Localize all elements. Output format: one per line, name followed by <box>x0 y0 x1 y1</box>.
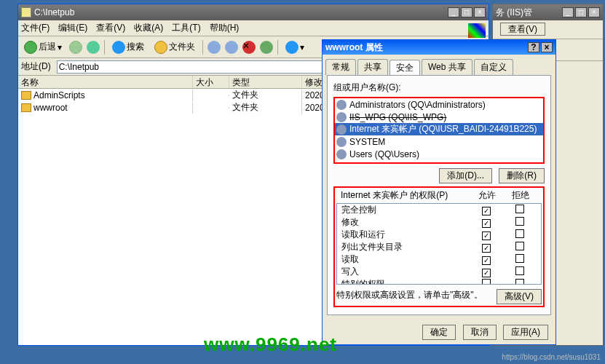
allow-checkbox[interactable] <box>482 279 491 285</box>
permission-row[interactable]: 读取 <box>337 253 541 266</box>
group-users-label: 组或用户名称(G): <box>333 82 545 94</box>
undo-button[interactable] <box>260 41 273 54</box>
advanced-note: 特别权限或高级设置，请单击"高级"。 <box>336 289 492 304</box>
views-button[interactable]: ▾ <box>282 39 307 55</box>
forward-button[interactable] <box>69 41 82 54</box>
permission-row[interactable]: 列出文件夹目录 <box>337 241 541 253</box>
address-label: 地址(D) <box>21 60 51 73</box>
windows-logo-icon <box>468 23 486 38</box>
maximize-button[interactable]: □ <box>461 7 472 17</box>
permissions-label: Internet 来宾帐户 的权限(P) <box>341 189 470 202</box>
group-icon <box>336 112 347 122</box>
dialog-title: wwwroot 属性 <box>325 41 526 54</box>
user-row[interactable]: SYSTEM <box>335 135 543 148</box>
menu-help[interactable]: 帮助(H) <box>210 22 240 34</box>
allow-checkbox[interactable] <box>482 244 491 253</box>
titlebar: 务 (IIS)管 _ □ × <box>493 4 603 20</box>
deny-checkbox[interactable] <box>515 279 524 285</box>
group-icon <box>336 149 347 159</box>
menu-favorites[interactable]: 收藏(A) <box>134 22 163 34</box>
tab-security[interactable]: 安全 <box>390 60 420 76</box>
allow-checkbox[interactable] <box>482 256 491 265</box>
search-button[interactable]: 搜索 <box>109 39 147 55</box>
tab-general[interactable]: 常规 <box>325 59 356 75</box>
apply-button[interactable]: 应用(A) <box>503 325 548 340</box>
permission-row[interactable]: 读取和运行 <box>337 229 541 241</box>
up-button[interactable] <box>87 41 100 54</box>
tabstrip: 常规 共享 安全 Web 共享 自定义 <box>323 55 555 75</box>
allow-checkbox[interactable] <box>482 232 491 240</box>
deny-checkbox[interactable] <box>515 229 524 238</box>
col-allow: 允许 <box>470 189 504 202</box>
menu-edit[interactable]: 编辑(E) <box>58 22 87 34</box>
user-icon <box>336 124 347 135</box>
views-icon <box>285 41 298 54</box>
menu-tools[interactable]: 工具(T) <box>172 22 200 34</box>
minimize-button[interactable]: _ <box>448 7 459 17</box>
properties-dialog: wwwroot 属性 ? × 常规 共享 安全 Web 共享 自定义 组或用户名… <box>322 39 556 345</box>
col-name[interactable]: 名称 <box>18 76 193 88</box>
folders-button[interactable]: 文件夹 <box>151 39 198 55</box>
window-title: 务 (IIS)管 <box>496 7 561 19</box>
window-title: C:\Inetpub <box>34 7 446 17</box>
titlebar[interactable]: wwwroot 属性 ? × <box>323 40 555 55</box>
user-row-selected[interactable]: Internet 来宾帐户 (QQ\IUSR_BAIDI-24491B225) <box>335 123 543 135</box>
back-arrow-icon <box>24 41 37 54</box>
delete-button[interactable]: ✕ <box>242 41 256 54</box>
menu-file[interactable]: 文件(F) <box>21 22 50 34</box>
allow-checkbox[interactable] <box>482 269 491 277</box>
permissions-block: Internet 来宾帐户 的权限(P) 允许 拒绝 完全控制修改读取和运行列出… <box>333 186 545 307</box>
tab-share[interactable]: 共享 <box>357 59 388 75</box>
deny-checkbox[interactable] <box>515 205 524 213</box>
permissions-listbox[interactable]: 完全控制修改读取和运行列出文件夹目录读取写入特别的权限 <box>336 203 542 285</box>
tab-custom[interactable]: 自定义 <box>474 59 513 75</box>
users-listbox[interactable]: Administrators (QQ\Administrators) IIS_W… <box>333 97 545 164</box>
permission-row[interactable]: 修改 <box>337 216 541 229</box>
tab-webshare[interactable]: Web 共享 <box>422 59 472 75</box>
folder-icon <box>21 91 31 100</box>
user-icon <box>336 137 347 147</box>
deny-checkbox[interactable] <box>515 266 524 275</box>
allow-checkbox[interactable] <box>482 219 491 228</box>
minimize-button[interactable]: _ <box>562 7 574 17</box>
cancel-button[interactable]: 取消 <box>463 325 497 340</box>
titlebar[interactable]: C:\Inetpub _ □ × <box>18 4 489 20</box>
toolbar-icon[interactable] <box>207 41 221 54</box>
security-tab-panel: 组或用户名称(G): Administrators (QQ\Administra… <box>327 75 551 315</box>
folder-icon <box>154 41 167 54</box>
advanced-button[interactable]: 高级(V) <box>497 289 542 304</box>
user-row[interactable]: Administrators (QQ\Administrators) <box>335 98 543 111</box>
col-deny: 拒绝 <box>504 189 537 202</box>
view-menu-button[interactable]: 查看(V) <box>500 23 545 36</box>
folder-icon <box>21 7 31 17</box>
ok-button[interactable]: 确定 <box>422 325 456 340</box>
col-type[interactable]: 类型 <box>229 76 302 88</box>
col-size[interactable]: 大小 <box>193 76 229 88</box>
remove-button[interactable]: 删除(R) <box>499 168 545 183</box>
folder-icon <box>21 103 31 112</box>
deny-checkbox[interactable] <box>515 217 524 226</box>
dialog-buttons: 确定 取消 应用(A) <box>418 325 548 340</box>
permission-row[interactable]: 特别的权限 <box>337 278 541 285</box>
menu-view[interactable]: 查看(V) <box>96 22 125 34</box>
back-button[interactable]: 后退 ▾ <box>21 39 65 55</box>
allow-checkbox[interactable] <box>482 207 491 215</box>
toolbar-icon[interactable] <box>225 41 238 54</box>
csdn-url: https://blog.csdn.net/susu1031 <box>502 353 601 361</box>
deny-checkbox[interactable] <box>515 254 524 263</box>
group-icon <box>336 100 347 110</box>
close-button[interactable]: × <box>541 42 553 52</box>
search-icon <box>112 41 125 54</box>
user-row[interactable]: Users (QQ\Users) <box>335 148 543 160</box>
close-button[interactable]: × <box>474 7 486 17</box>
help-button[interactable]: ? <box>528 42 539 52</box>
menubar: 文件(F) 编辑(E) 查看(V) 收藏(A) 工具(T) 帮助(H) <box>18 20 489 36</box>
close-button[interactable]: × <box>588 7 600 17</box>
add-button[interactable]: 添加(D)... <box>439 168 492 183</box>
watermark: www.9969.net <box>204 333 337 356</box>
permission-row[interactable]: 完全控制 <box>337 204 541 216</box>
permission-row[interactable]: 写入 <box>337 266 541 278</box>
maximize-button[interactable]: □ <box>575 7 587 17</box>
deny-checkbox[interactable] <box>515 242 524 250</box>
user-row[interactable]: IIS_WPG (QQ\IIS_WPG) <box>335 111 543 123</box>
